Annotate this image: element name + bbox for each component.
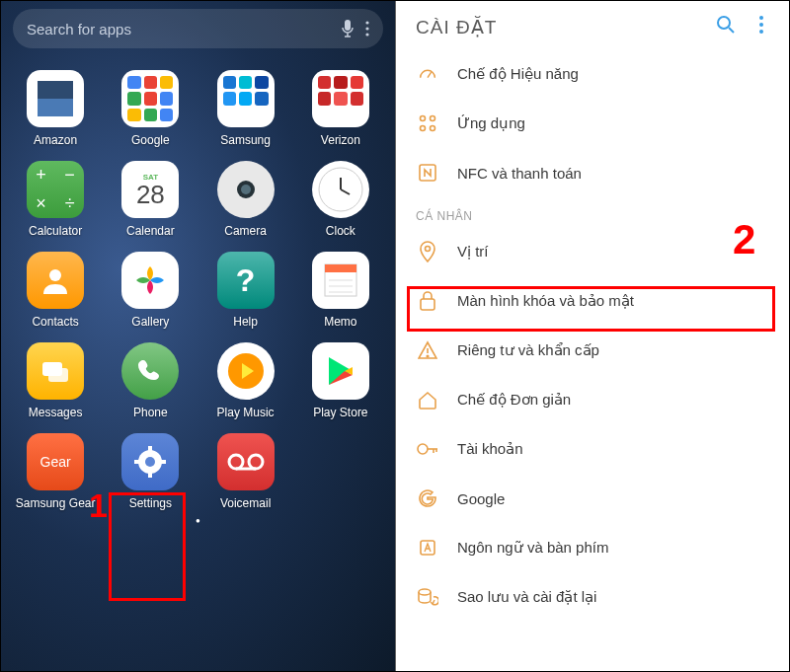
camera-icon	[217, 161, 275, 218]
app-clock[interactable]: Clock	[296, 161, 385, 238]
svg-point-11	[49, 269, 61, 281]
search-placeholder: Search for apps	[27, 21, 330, 37]
messages-icon	[27, 342, 84, 400]
play-music-icon	[217, 342, 275, 400]
location-icon	[416, 240, 439, 263]
settings-item-label: Tài khoản	[457, 440, 523, 458]
settings-item-home[interactable]: Chế độ Đơn giản	[396, 375, 789, 424]
settings-title: CÀI ĐẶT	[416, 16, 702, 38]
settings-item-label: Vị trí	[457, 243, 489, 261]
svg-point-40	[426, 247, 431, 252]
app-google[interactable]: Google	[106, 70, 195, 147]
settings-item-label: Sao lưu và cài đặt lại	[457, 588, 596, 606]
samsung-folder-icon	[217, 70, 275, 127]
help-icon: ?	[217, 252, 275, 309]
search-bar[interactable]: Search for apps	[13, 9, 383, 48]
app-messages[interactable]: Messages	[11, 342, 100, 419]
gallery-icon	[121, 252, 179, 309]
settings-item-label: Ngôn ngữ và bàn phím	[457, 539, 608, 557]
svg-point-44	[418, 444, 428, 454]
alert-icon	[416, 338, 439, 362]
settings-item-label: Google	[457, 490, 505, 507]
samsung-gear-icon: Gear	[27, 433, 84, 490]
settings-item-lang[interactable]: Ngôn ngữ và bàn phím	[396, 523, 789, 572]
search-icon[interactable]	[714, 15, 738, 39]
google-icon	[416, 486, 439, 510]
svg-rect-0	[345, 20, 351, 31]
settings-item-backup[interactable]: Sao lưu và cài đặt lại	[396, 572, 789, 622]
svg-point-32	[759, 23, 763, 27]
svg-point-38	[431, 126, 435, 131]
clock-icon	[312, 161, 369, 218]
app-gallery[interactable]: Gallery	[106, 252, 195, 329]
svg-point-1	[365, 21, 368, 24]
app-samsung[interactable]: Samsung	[201, 70, 290, 147]
settings-item-nfc[interactable]: NFC và thanh toán	[396, 148, 789, 197]
play-store-icon	[312, 342, 369, 400]
gauge-icon	[416, 62, 439, 86]
phone-icon	[121, 342, 179, 400]
app-playmusic[interactable]: Play Music	[201, 342, 290, 419]
more-icon[interactable]	[750, 16, 773, 38]
settings-item-apps[interactable]: Ứng dụng	[396, 99, 789, 148]
settings-item-alert[interactable]: Riêng tư và khẩn cấp	[396, 326, 789, 375]
svg-point-49	[419, 589, 431, 595]
app-verizon[interactable]: Verizon	[296, 70, 385, 147]
settings-item-label: Ứng dụng	[457, 114, 525, 132]
settings-item-location[interactable]: Vị trí	[396, 227, 789, 276]
calendar-icon: SAT28	[121, 161, 179, 218]
svg-point-2	[365, 27, 368, 30]
svg-point-26	[229, 455, 243, 469]
google-folder-icon	[121, 70, 179, 127]
svg-point-7	[241, 185, 251, 194]
key-icon	[416, 437, 439, 461]
mic-icon[interactable]	[340, 19, 356, 38]
apps-icon	[416, 112, 439, 135]
app-settings[interactable]: Settings	[106, 433, 195, 510]
settings-item-label: Chế độ Đơn giản	[457, 391, 571, 409]
settings-list[interactable]: Chế độ Hiệu năngỨng dụngNFC và thanh toá…	[396, 49, 789, 622]
calculator-icon: +−×÷	[27, 161, 84, 218]
annotation-label-2: 2	[733, 216, 755, 263]
settings-icon	[121, 433, 179, 490]
nfc-icon	[416, 161, 439, 185]
svg-rect-4	[38, 81, 73, 99]
app-voicemail[interactable]: Voicemail	[201, 433, 290, 510]
svg-rect-13	[325, 264, 356, 272]
app-help[interactable]: ?Help	[201, 252, 290, 329]
settings-header: CÀI ĐẶT	[396, 1, 789, 49]
svg-rect-25	[160, 460, 166, 464]
settings-item-key[interactable]: Tài khoản	[396, 424, 789, 474]
app-samsung-gear[interactable]: GearSamsung Gear	[11, 433, 100, 510]
app-memo[interactable]: Memo	[296, 252, 385, 329]
app-camera[interactable]: Camera	[201, 161, 290, 238]
annotation-label-1: 1	[89, 486, 108, 525]
app-phone[interactable]: Phone	[106, 342, 195, 419]
svg-line-34	[428, 72, 432, 78]
app-playstore[interactable]: Play Store	[296, 342, 385, 419]
svg-point-29	[718, 17, 730, 29]
settings-item-google[interactable]: Google	[396, 474, 789, 523]
app-amazon[interactable]: Amazon	[11, 70, 100, 147]
home-icon	[416, 388, 439, 411]
settings-section-header: CÁ NHÂN	[396, 197, 789, 227]
svg-line-30	[729, 28, 734, 33]
svg-rect-5	[38, 99, 73, 116]
settings-item-gauge[interactable]: Chế độ Hiệu năng	[396, 49, 789, 99]
app-drawer-screen: Search for apps Amazon Google Samsung Ve…	[1, 1, 395, 671]
app-calendar[interactable]: SAT28Calendar	[106, 161, 195, 238]
settings-item-label: Màn hình khóa và bảo mật	[457, 292, 634, 310]
settings-item-label: Chế độ Hiệu năng	[457, 65, 579, 83]
svg-rect-41	[421, 299, 434, 310]
more-icon[interactable]	[365, 21, 369, 37]
svg-rect-18	[48, 368, 68, 382]
svg-rect-22	[148, 446, 152, 452]
svg-point-27	[249, 455, 263, 469]
settings-screen: CÀI ĐẶT Chế độ Hiệu năngỨng dụngNFC và t…	[395, 1, 789, 671]
lock-icon	[416, 289, 439, 313]
amazon-icon	[27, 70, 84, 127]
app-contacts[interactable]: Contacts	[11, 252, 100, 329]
svg-rect-23	[148, 472, 152, 478]
settings-item-lock[interactable]: Màn hình khóa và bảo mật	[396, 276, 789, 326]
app-calculator[interactable]: +−×÷Calculator	[11, 161, 100, 238]
